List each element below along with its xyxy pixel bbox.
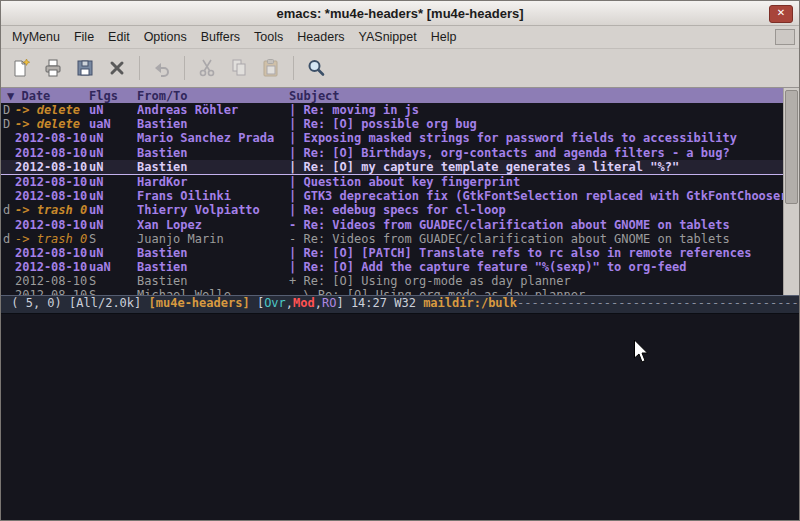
row-subject: | Exposing masked strings for password f… bbox=[289, 131, 783, 145]
message-row[interactable]: d-> trash 0uNThierry Volpiatto| Re: edeb… bbox=[1, 203, 783, 217]
message-row[interactable]: 2012-08-10uNBastien| Re: [O] Birthdays, … bbox=[1, 146, 783, 160]
message-row[interactable]: 2012-08-10uNMario Sanchez Prada| Exposin… bbox=[1, 131, 783, 145]
modeline-segment: RO bbox=[322, 296, 336, 313]
row-subject: | Re: edebug specs for cl-loop bbox=[289, 203, 783, 217]
row-flags: uN bbox=[89, 103, 137, 117]
row-flags: uN bbox=[89, 189, 137, 203]
row-subject: | Re: [O] Add the capture feature "%(sex… bbox=[289, 260, 783, 274]
row-from: HardKor bbox=[137, 175, 289, 189]
cut-icon[interactable] bbox=[192, 53, 222, 83]
row-date: -> trash 0 bbox=[15, 232, 89, 246]
row-from: Juanjo Marin bbox=[137, 232, 289, 246]
row-mark: d bbox=[1, 203, 15, 217]
new-file-icon[interactable] bbox=[6, 53, 36, 83]
close-buffer-icon[interactable] bbox=[102, 53, 132, 83]
row-date: 2012-08-10 bbox=[15, 131, 89, 145]
row-from: Thierry Volpiatto bbox=[137, 203, 289, 217]
row-flags: S bbox=[89, 232, 137, 246]
header-line: ▼ Date Flgs From/To Subject bbox=[1, 88, 783, 103]
message-row[interactable]: 2012-08-10uNBastien| Re: [O] my capture … bbox=[1, 160, 783, 175]
row-subject: | Re: moving in js bbox=[289, 103, 783, 117]
row-mark bbox=[1, 218, 15, 232]
row-date: -> delete bbox=[15, 103, 89, 117]
modeline-segment: , bbox=[315, 296, 322, 313]
menu-item-help[interactable]: Help bbox=[424, 27, 464, 47]
row-date: 2012-08-10 bbox=[15, 274, 89, 288]
modeline-segment: ] bbox=[336, 296, 350, 313]
row-flags: uN bbox=[89, 203, 137, 217]
message-row[interactable]: 2012-08-10SMichael Welle \ Re: [O] Using… bbox=[1, 288, 783, 294]
modeline-segment: Ovr bbox=[264, 296, 286, 313]
row-from: Bastien bbox=[137, 274, 289, 288]
row-mark bbox=[1, 175, 15, 189]
column-header-subject[interactable]: Subject bbox=[289, 89, 783, 103]
copy-icon[interactable] bbox=[224, 53, 254, 83]
menu-item-file[interactable]: File bbox=[67, 27, 101, 47]
mu4e-headers-buffer: ▼ Date Flgs From/To Subject D-> deleteuN… bbox=[1, 88, 783, 295]
undo-icon[interactable] bbox=[147, 53, 177, 83]
modeline-segment: Mod bbox=[293, 296, 315, 313]
row-date: 2012-08-10 bbox=[15, 175, 89, 189]
row-flags: uN bbox=[89, 160, 137, 174]
row-mark bbox=[1, 189, 15, 203]
minibuffer[interactable] bbox=[1, 314, 799, 521]
close-button[interactable]: ✕ bbox=[769, 5, 793, 23]
save-icon[interactable] bbox=[70, 53, 100, 83]
row-subject: - Re: Videos from GUADEC/clarification a… bbox=[289, 218, 783, 232]
scrollbar[interactable] bbox=[783, 88, 799, 295]
message-row[interactable]: 2012-08-10uNHardKor| Question about key … bbox=[1, 175, 783, 189]
row-flags: uN bbox=[89, 131, 137, 145]
row-date: -> delete bbox=[15, 117, 89, 131]
message-row[interactable]: 2012-08-10SBastien+ Re: [O] Using org-mo… bbox=[1, 274, 783, 288]
menu-item-buffers[interactable]: Buffers bbox=[194, 27, 247, 47]
row-mark bbox=[1, 146, 15, 160]
column-header-flags[interactable]: Flgs bbox=[89, 89, 137, 103]
paste-icon[interactable] bbox=[256, 53, 286, 83]
message-row[interactable]: 2012-08-10uNFrans Oilinki| GTK3 deprecat… bbox=[1, 189, 783, 203]
menu-item-headers[interactable]: Headers bbox=[290, 27, 351, 47]
row-subject: | Re: [O] my capture template generates … bbox=[289, 160, 783, 174]
row-flags: uN bbox=[89, 218, 137, 232]
row-from: Bastien bbox=[137, 246, 289, 260]
column-header-from[interactable]: From/To bbox=[137, 89, 289, 103]
message-row[interactable]: 2012-08-10uNXan Lopez- Re: Videos from G… bbox=[1, 218, 783, 232]
row-mark bbox=[1, 160, 15, 174]
row-subject: | GTK3 deprecation fix (GtkFontSelection… bbox=[289, 189, 783, 203]
message-row[interactable]: 2012-08-10uNBastien| Re: [O] [PATCH] Tra… bbox=[1, 246, 783, 260]
modeline-segment: 14:27 W32 bbox=[351, 296, 423, 313]
modeline-segment: [ bbox=[257, 296, 264, 313]
message-row[interactable]: D-> deleteuaNBastien| Re: [O] possible o… bbox=[1, 117, 783, 131]
menu-item-edit[interactable]: Edit bbox=[101, 27, 137, 47]
menu-item-options[interactable]: Options bbox=[137, 27, 194, 47]
modeline-segment: ( 5, 0) bbox=[4, 296, 69, 313]
row-mark bbox=[1, 288, 15, 294]
column-header-date[interactable]: ▼ Date bbox=[1, 89, 89, 103]
emacs-window: emacs: *mu4e-headers* [mu4e-headers] ✕ M… bbox=[0, 0, 800, 521]
modeline-segment: , bbox=[286, 296, 293, 313]
message-row[interactable]: 2012-08-10uaNBastien| Re: [O] Add the ca… bbox=[1, 260, 783, 274]
menu-item-mymenu[interactable]: MyMenu bbox=[5, 27, 67, 47]
row-from: Bastien bbox=[137, 160, 289, 174]
search-icon[interactable] bbox=[301, 53, 331, 83]
title-bar[interactable]: emacs: *mu4e-headers* [mu4e-headers] ✕ bbox=[1, 1, 799, 26]
row-flags: uaN bbox=[89, 117, 137, 131]
row-subject: | Question about key fingerprint bbox=[289, 175, 783, 189]
row-from: Michael Welle bbox=[137, 288, 289, 294]
toolbar-separator bbox=[293, 56, 294, 80]
menu-item-yasnippet[interactable]: YASnippet bbox=[352, 27, 424, 47]
row-flags: uN bbox=[89, 175, 137, 189]
menu-item-tools[interactable]: Tools bbox=[247, 27, 290, 47]
message-row[interactable]: d-> trash 0SJuanjo Marin- Re: Videos fro… bbox=[1, 232, 783, 246]
row-date: 2012-08-10 bbox=[15, 189, 89, 203]
row-date: 2012-08-10 bbox=[15, 288, 89, 294]
row-flags: uN bbox=[89, 146, 137, 160]
row-from: Andreas Röhler bbox=[137, 103, 289, 117]
message-row[interactable]: D-> deleteuNAndreas Röhler| Re: moving i… bbox=[1, 103, 783, 117]
row-mark bbox=[1, 246, 15, 260]
row-subject: | Re: [O] possible org bug bbox=[289, 117, 783, 131]
print-icon[interactable] bbox=[38, 53, 68, 83]
menubar-corner-box[interactable] bbox=[775, 29, 795, 45]
toolbar-separator bbox=[139, 56, 140, 80]
scrollbar-thumb[interactable] bbox=[785, 90, 798, 204]
row-subject: \ Re: [O] Using org-mode as day planner bbox=[289, 288, 783, 294]
